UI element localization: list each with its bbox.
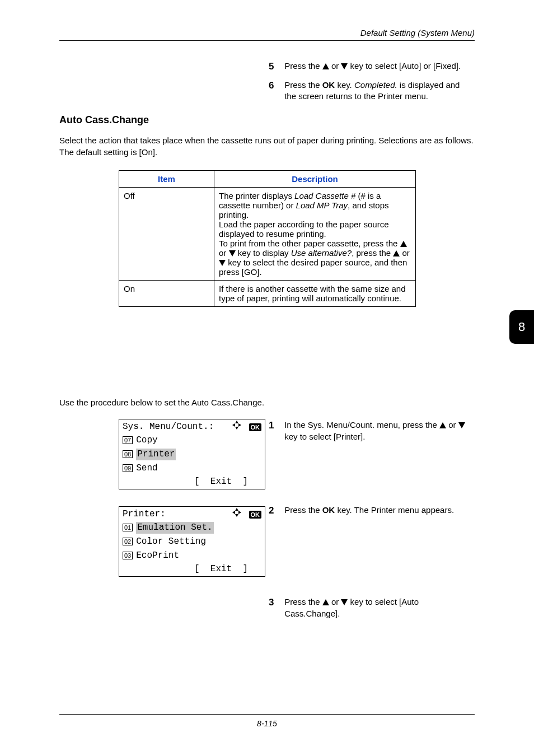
step-number: 3	[269, 596, 282, 609]
down-arrow-icon	[219, 260, 226, 266]
down-arrow-icon	[458, 422, 465, 428]
lcd-item: 01Emulation Set.	[119, 521, 265, 535]
desc-text: The printer displays	[219, 191, 294, 200]
step-text: key to select [Printer].	[284, 432, 365, 441]
section-heading: Auto Cass.Change	[59, 114, 149, 126]
step-text-bold: OK	[322, 505, 335, 515]
lcd-item: 02Color Setting	[119, 535, 265, 549]
lcd-header-row: Sys. Menu/Count.: OK	[119, 419, 265, 433]
down-arrow-icon	[341, 599, 348, 605]
desc-text: key to select the desired paper source, …	[219, 258, 407, 277]
step-text: Press the	[284, 505, 322, 515]
table-header-item: Item	[119, 171, 214, 188]
desc-italic: Load Cassette #	[294, 191, 355, 200]
table-cell-description: The printer displays Load Cassette # (# …	[214, 188, 416, 281]
ok-icon: OK	[249, 511, 262, 519]
running-header: Default Setting (System Menu)	[360, 28, 475, 38]
lcd-title: Printer:	[123, 509, 166, 519]
lcd-item-number: 01	[123, 524, 133, 531]
nav-diamond-icon	[232, 421, 241, 430]
procedure-step-1: 1 In the Sys. Menu/Count. menu, press th…	[269, 419, 475, 442]
desc-italic: Load MP Tray	[296, 200, 348, 210]
lcd-item: 07Copy	[119, 433, 265, 447]
lcd-item: 08Printer	[119, 447, 265, 461]
desc-text: or	[219, 248, 229, 258]
lcd-item-number: 07	[123, 436, 133, 444]
lcd-item-label: Send	[136, 463, 157, 474]
step-6: 6 Press the OK key. Completed. is displa…	[269, 80, 475, 102]
lcd-item-label: EcoPrint	[136, 550, 179, 562]
lcd-footer: [ Exit ]	[119, 475, 265, 489]
header-rule	[59, 40, 475, 41]
procedure-step-3: 3 Press the or key to select [Auto Cass.…	[269, 596, 475, 619]
step-text-italic: Completed.	[354, 80, 397, 90]
lcd-header-row: Printer: OK	[119, 507, 265, 521]
lcd-item: 09Send	[119, 461, 265, 475]
step-text: In the Sys. Menu/Count. menu, press the	[284, 420, 439, 430]
step-5: 5 Press the or key to select [Auto] or […	[269, 60, 475, 73]
table-cell-description: If there is another cassette with the sa…	[214, 281, 416, 307]
step-text: or	[331, 61, 341, 71]
desc-text: Load the paper according to the paper so…	[219, 220, 389, 239]
nav-diamond-icon	[232, 508, 241, 517]
up-arrow-icon	[322, 599, 329, 605]
up-arrow-icon	[322, 63, 329, 69]
step-number: 1	[269, 419, 282, 432]
table-cell-item: On	[119, 281, 214, 307]
table-cell-item: Off	[119, 188, 214, 281]
step-text-bold: OK	[322, 80, 335, 90]
desc-text: key to display	[236, 248, 291, 258]
lcd-footer: [ Exit ]	[119, 562, 265, 576]
lcd-item-label-highlighted: Printer	[136, 449, 176, 460]
lcd-panel-sys-menu: Sys. Menu/Count.: OK 07Copy 08Printer 09…	[119, 419, 265, 489]
step-text: or	[448, 420, 458, 430]
step-text: key. The Printer menu appears.	[337, 505, 454, 515]
lcd-title: Sys. Menu/Count.:	[123, 422, 214, 432]
down-arrow-icon	[341, 63, 348, 69]
down-arrow-icon	[229, 250, 236, 256]
table-row: Off The printer displays Load Cassette #…	[119, 188, 416, 281]
lcd-item-label: Color Setting	[136, 536, 206, 548]
section-intro: Select the action that takes place when …	[59, 134, 475, 158]
lcd-item: 03EcoPrint	[119, 549, 265, 563]
footer-rule	[59, 714, 475, 715]
lcd-item-number: 02	[123, 538, 133, 545]
desc-italic: Use alternative?	[291, 248, 352, 258]
procedure-intro: Use the procedure below to set the Auto …	[59, 398, 264, 407]
desc-text: or	[400, 248, 410, 258]
step-text: Press the	[284, 61, 322, 71]
table-row: On If there is another cassette with the…	[119, 281, 416, 307]
step-number: 6	[269, 80, 282, 92]
step-text: key.	[337, 80, 354, 90]
up-arrow-icon	[400, 241, 407, 247]
lcd-item-number: 03	[123, 552, 133, 559]
lcd-item-number: 09	[123, 464, 133, 472]
step-number: 2	[269, 504, 282, 517]
chapter-tab: 8	[509, 310, 534, 344]
up-arrow-icon	[439, 422, 446, 428]
up-arrow-icon	[393, 250, 400, 256]
lcd-item-label: Copy	[136, 435, 157, 446]
page-number: 8-115	[0, 719, 534, 728]
ok-icon: OK	[249, 423, 262, 431]
step-text: Press the	[284, 80, 322, 90]
table-header-description: Description	[214, 171, 416, 188]
procedure-step-2: 2 Press the OK key. The Printer menu app…	[269, 504, 475, 517]
step-text: or	[331, 597, 341, 606]
lcd-panel-printer: Printer: OK 01Emulation Set. 02Color Set…	[119, 506, 265, 577]
lcd-item-label-highlighted: Emulation Set.	[136, 522, 213, 534]
step-text: Press the	[284, 597, 322, 606]
step-number: 5	[269, 60, 282, 73]
lcd-item-number: 08	[123, 450, 133, 458]
step-text: key to select [Auto] or [Fixed].	[350, 61, 461, 71]
desc-text: , press the	[352, 248, 393, 258]
desc-text: To print from the other paper cassette, …	[219, 239, 400, 248]
description-table: Item Description Off The printer display…	[119, 170, 416, 307]
